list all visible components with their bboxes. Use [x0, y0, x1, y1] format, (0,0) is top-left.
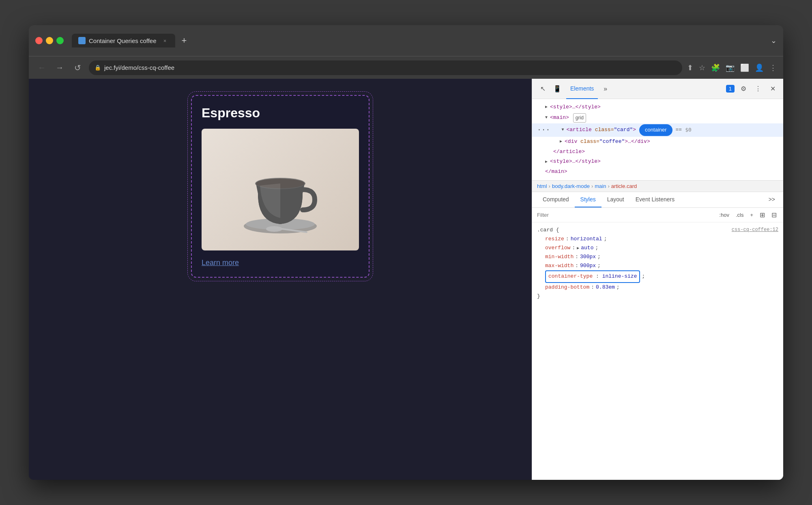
tab-favicon: [78, 37, 86, 44]
nav-bar: ← → ↺ 🔒 jec.fyi/demo/css-cq-coffee ⬆ ☆ 🧩…: [29, 56, 783, 79]
url-text: jec.fyi/demo/css-cq-coffee: [104, 64, 174, 71]
dom-row-main: ▼ <main> grid: [532, 112, 783, 123]
share-icon[interactable]: ⬆: [687, 63, 693, 72]
dollar-zero: $0: [685, 126, 692, 134]
refresh-button[interactable]: ↺: [71, 61, 84, 74]
expand-arrow-style2[interactable]: ▶: [545, 159, 548, 165]
dom-tag-article-close: </article>: [553, 148, 585, 156]
active-tab[interactable]: Container Queries coffee ×: [72, 34, 175, 47]
back-button[interactable]: ←: [35, 61, 48, 74]
breadcrumb-sep3: ›: [608, 183, 609, 189]
tab-computed[interactable]: Computed: [537, 192, 575, 207]
breadcrumb-body[interactable]: body.dark-mode: [552, 183, 590, 189]
expand-arrow-article[interactable]: ▼: [561, 127, 564, 133]
svg-point-4: [266, 226, 282, 232]
dom-row-article[interactable]: ··· ▼ <article class="card"> container =…: [532, 123, 783, 137]
dom-row-article-close: </article>: [532, 147, 783, 157]
breadcrumb-article[interactable]: article.card: [611, 183, 637, 189]
card-image: [202, 129, 359, 250]
rule-selector: .card {: [537, 227, 559, 233]
css-prop-container-type: container-type : inline-size ;: [537, 270, 778, 283]
address-bar[interactable]: 🔒 jec.fyi/demo/css-cq-coffee: [89, 60, 682, 75]
coffee-cup-illustration: [236, 141, 325, 238]
dom-row-style1: ▶ <style>…</style>: [532, 102, 783, 112]
dom-tag-style1: <style>…</style>: [550, 103, 601, 112]
devtools-panel: ↖ 📱 Elements » 1 ⚙ ⋮ ✕ ▶ <style>…</style…: [532, 79, 783, 480]
learn-more-link[interactable]: Learn more: [202, 259, 239, 267]
forward-button[interactable]: →: [53, 61, 66, 74]
equals-sign: ==: [676, 126, 682, 134]
menu-icon[interactable]: ⋮: [769, 63, 777, 72]
browser-content: Espresso: [29, 79, 532, 480]
tab-elements[interactable]: Elements: [566, 79, 598, 99]
dom-tag-style2: <style>…</style>: [550, 158, 601, 166]
extension-icon[interactable]: 🧩: [711, 63, 720, 72]
notification-badge: 1: [726, 85, 735, 93]
styles-tab-more[interactable]: >>: [765, 192, 778, 207]
breadcrumb-sep1: ›: [549, 183, 550, 189]
close-button[interactable]: [35, 37, 43, 44]
tab-title: Container Queries coffee: [89, 37, 157, 44]
profile-icon[interactable]: 👤: [755, 63, 764, 72]
dom-row-style2: ▶ <style>…</style>: [532, 157, 783, 167]
dom-tag-main-close: </main>: [545, 168, 567, 176]
filter-bar: :hov .cls + ⊞ ⊟: [532, 208, 783, 222]
rule-source[interactable]: css-cq-coffee:12: [732, 226, 778, 234]
dom-row-main-close: </main>: [532, 167, 783, 177]
tab-bar: Container Queries coffee × + ⌄: [72, 34, 777, 47]
overflow-arrow[interactable]: ▶: [577, 245, 579, 252]
minimize-button[interactable]: [46, 37, 53, 44]
breadcrumb-main[interactable]: main: [595, 183, 606, 189]
tab-list-button[interactable]: ⌄: [771, 36, 777, 45]
dom-tag-article: <article class="card">: [566, 126, 636, 134]
grid-badge: grid: [573, 113, 586, 123]
cursor-inspect-icon[interactable]: ↖: [537, 83, 548, 95]
breadcrumb-html[interactable]: html: [537, 183, 547, 189]
close-devtools-icon[interactable]: ✕: [767, 83, 778, 95]
breadcrumb-sep2: ›: [591, 183, 593, 189]
hov-button[interactable]: :hov: [717, 211, 731, 219]
toggle-icon[interactable]: ⊞: [758, 210, 767, 220]
tab-layout[interactable]: Layout: [601, 192, 630, 207]
devtools-action-icons: 1 ⚙ ⋮ ✕: [726, 83, 778, 95]
bookmark-icon[interactable]: ☆: [699, 63, 705, 72]
styles-tabs: Computed Styles Layout Event Listeners >…: [532, 192, 783, 208]
dom-row-dots[interactable]: ···: [537, 124, 550, 136]
css-prop-min-width: min-width : 300px ;: [537, 252, 778, 261]
split-view-icon[interactable]: ⬜: [740, 63, 749, 72]
nav-actions: ⬆ ☆ 🧩 📷 ⬜ 👤 ⋮: [687, 63, 777, 72]
more-options-icon[interactable]: ⋮: [752, 83, 764, 95]
filter-input[interactable]: [537, 212, 714, 218]
title-bar: Container Queries coffee × + ⌄: [29, 25, 783, 56]
card-component: Espresso: [191, 95, 369, 278]
cls-button[interactable]: .cls: [734, 211, 745, 219]
tab-event-listeners[interactable]: Event Listeners: [630, 192, 681, 207]
card-title: Espresso: [202, 106, 359, 121]
sidebar-icon[interactable]: ⊟: [770, 210, 778, 220]
breadcrumb: html › body.dark-mode › main › article.c…: [532, 180, 783, 192]
dom-tag-div-coffee: <div class="coffee">…</div>: [565, 138, 650, 146]
container-badge: container: [639, 124, 672, 136]
new-tab-button[interactable]: +: [178, 34, 190, 47]
tab-styles[interactable]: Styles: [575, 192, 601, 207]
filter-actions: :hov .cls + ⊞ ⊟: [717, 210, 778, 220]
screenshot-icon[interactable]: 📷: [726, 63, 735, 72]
more-tabs-button[interactable]: »: [601, 84, 610, 94]
browser-window: Container Queries coffee × + ⌄ ← → ↺ 🔒 j…: [29, 25, 783, 480]
lock-icon: 🔒: [95, 65, 101, 71]
expand-arrow-main[interactable]: ▼: [545, 114, 548, 121]
rule-close-brace: }: [537, 293, 540, 299]
maximize-button[interactable]: [56, 37, 64, 44]
css-prop-overflow: overflow : ▶ auto ;: [537, 244, 778, 252]
expand-arrow-div[interactable]: ▶: [560, 138, 562, 145]
devtools-toolbar: ↖ 📱 Elements » 1 ⚙ ⋮ ✕: [532, 79, 783, 99]
main-area: Espresso: [29, 79, 783, 480]
settings-icon[interactable]: ⚙: [738, 83, 749, 95]
css-prop-max-width: max-width : 900px ;: [537, 261, 778, 270]
expand-arrow[interactable]: ▶: [545, 104, 548, 110]
css-rule-card: css-cq-coffee:12 .card { resize : horizo…: [537, 226, 778, 301]
add-style-button[interactable]: +: [748, 211, 755, 219]
dom-tag-main: <main>: [550, 114, 569, 122]
device-emulation-icon[interactable]: 📱: [552, 83, 563, 95]
tab-close-button[interactable]: ×: [161, 37, 169, 44]
